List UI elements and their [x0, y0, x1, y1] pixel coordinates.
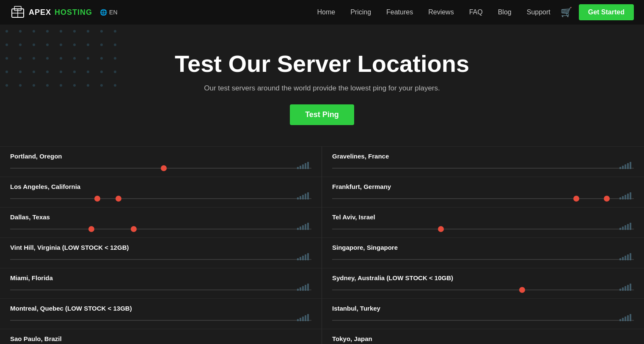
svg-rect-29 [305, 224, 306, 230]
svg-rect-55 [630, 284, 631, 291]
svg-rect-12 [622, 166, 624, 169]
language-selector[interactable]: 🌐 EN [100, 9, 117, 16]
locations-grid: Portland, Oregon Gravelines, France Los … [0, 146, 644, 344]
svg-rect-48 [302, 286, 304, 291]
svg-rect-25 [630, 192, 631, 199]
svg-rect-10 [307, 162, 309, 169]
svg-rect-42 [622, 257, 624, 260]
cart-icon[interactable]: 🛒 [561, 7, 572, 18]
location-item-right: Singapore, Singapore [322, 238, 644, 268]
svg-rect-8 [302, 164, 304, 169]
svg-rect-51 [619, 289, 621, 291]
location-name: Istanbul, Turkey [332, 305, 634, 312]
location-item-left: Los Angeles, California [0, 177, 322, 207]
svg-rect-31 [619, 228, 621, 230]
brand-apex: APEX [29, 8, 51, 17]
location-item-right: Tokyo, Japan [322, 329, 644, 344]
nav-home[interactable]: Home [317, 8, 335, 16]
svg-rect-19 [305, 194, 306, 199]
svg-rect-60 [307, 314, 309, 321]
svg-rect-57 [300, 318, 301, 321]
svg-rect-52 [622, 287, 624, 291]
svg-rect-9 [305, 163, 306, 169]
svg-rect-43 [625, 256, 626, 260]
hero-title: Test Our Server Locations [8, 50, 636, 77]
globe-icon: 🌐 [100, 9, 107, 16]
svg-rect-23 [625, 195, 626, 199]
svg-rect-16 [297, 197, 299, 199]
svg-rect-61 [619, 319, 621, 321]
svg-rect-49 [305, 285, 306, 291]
svg-rect-54 [627, 285, 629, 291]
svg-rect-34 [627, 224, 629, 230]
nav-features[interactable]: Features [386, 8, 413, 16]
location-item-left: Dallas, Texas [0, 207, 322, 238]
get-started-button[interactable]: Get Started [579, 4, 634, 20]
svg-rect-41 [619, 258, 621, 260]
svg-rect-58 [302, 317, 304, 321]
location-item-left: Miami, Florida [0, 268, 322, 298]
location-name: Portland, Oregon [10, 153, 311, 160]
svg-rect-45 [630, 253, 631, 260]
location-name: Vint Hill, Virginia (LOW STOCK < 12GB) [10, 244, 311, 251]
location-item-right: Istanbul, Turkey [322, 298, 644, 329]
svg-rect-64 [627, 315, 629, 321]
svg-rect-36 [297, 258, 299, 260]
location-name: Los Angeles, California [10, 183, 311, 190]
svg-rect-22 [622, 196, 624, 199]
logo-icon [10, 5, 25, 20]
svg-rect-15 [630, 162, 631, 169]
svg-rect-24 [627, 194, 629, 199]
svg-rect-63 [625, 317, 626, 321]
location-name: Tokyo, Japan [332, 335, 634, 342]
nav-blog[interactable]: Blog [498, 8, 512, 16]
svg-rect-7 [300, 166, 301, 169]
location-name: Sao Paulo, Brazil [10, 335, 311, 342]
svg-rect-39 [305, 254, 306, 260]
location-item-right: Gravelines, France [322, 146, 644, 177]
location-name: Frankfurt, Germany [332, 183, 634, 190]
svg-rect-20 [307, 192, 309, 199]
location-item-right: Frankfurt, Germany [322, 177, 644, 207]
svg-rect-26 [297, 228, 299, 230]
svg-rect-28 [302, 225, 304, 230]
nav-reviews[interactable]: Reviews [428, 8, 454, 16]
svg-rect-46 [297, 289, 299, 291]
location-name: Montreal, Quebec (LOW STOCK < 13GB) [10, 305, 311, 312]
brand-logo[interactable]: APEX HOSTING [10, 5, 92, 20]
svg-rect-18 [302, 195, 304, 199]
nav-faq[interactable]: FAQ [469, 8, 483, 16]
svg-rect-40 [307, 253, 309, 260]
nav-support[interactable]: Support [527, 8, 550, 16]
svg-rect-33 [625, 225, 626, 230]
svg-rect-21 [619, 197, 621, 199]
svg-rect-53 [625, 286, 626, 291]
svg-rect-56 [297, 319, 299, 321]
svg-rect-59 [305, 315, 306, 321]
location-item-right: Sydney, Australia (LOW STOCK < 10GB) [322, 268, 644, 298]
navbar: APEX HOSTING 🌐 EN Home Pricing Features … [0, 0, 644, 25]
location-name: Miami, Florida [10, 274, 311, 281]
hero-subtitle: Our test servers around the world provid… [8, 84, 636, 93]
location-name: Tel Aviv, Israel [332, 213, 634, 221]
svg-rect-17 [300, 196, 301, 199]
location-item-left: Portland, Oregon [0, 146, 322, 177]
svg-rect-35 [630, 223, 631, 230]
test-ping-button[interactable]: Test Ping [290, 104, 354, 125]
location-name: Dallas, Texas [10, 213, 311, 221]
svg-rect-62 [622, 318, 624, 321]
svg-rect-32 [622, 227, 624, 230]
svg-rect-65 [630, 314, 631, 321]
brand-hosting: HOSTING [55, 8, 92, 17]
svg-rect-38 [302, 256, 304, 260]
location-item-left: Vint Hill, Virginia (LOW STOCK < 12GB) [0, 238, 322, 268]
svg-rect-11 [619, 167, 621, 169]
svg-rect-47 [300, 287, 301, 291]
hero-content: Test Our Server Locations Our test serve… [0, 50, 644, 146]
svg-rect-44 [627, 254, 629, 260]
nav-pricing[interactable]: Pricing [350, 8, 371, 16]
svg-rect-6 [297, 167, 299, 169]
svg-rect-37 [300, 257, 301, 260]
svg-rect-50 [307, 284, 309, 291]
location-item-right: Tel Aviv, Israel [322, 207, 644, 238]
